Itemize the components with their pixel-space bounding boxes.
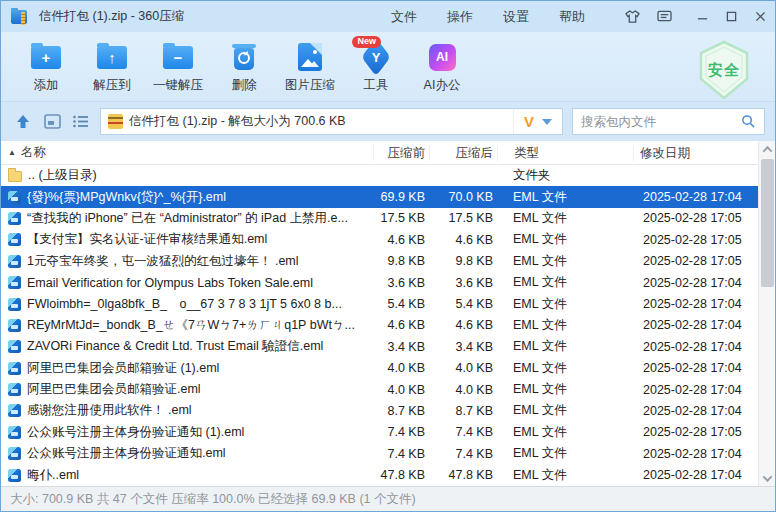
- modified-date: 2025-02-28 17:04: [633, 468, 758, 482]
- file-name: 感谢您注册使用此软件！ .eml: [27, 402, 192, 419]
- address-dropdown[interactable]: V: [513, 109, 558, 134]
- eml-icon: [8, 298, 21, 311]
- table-row[interactable]: ZAVORi Finance & Credit Ltd. Trust Email…: [1, 336, 758, 357]
- modified-date: 2025-02-28 17:05: [633, 211, 758, 225]
- size-before: 3.4 KB: [373, 340, 429, 354]
- security-badge[interactable]: 安全: [693, 39, 755, 101]
- menu-help[interactable]: 帮助: [544, 1, 600, 32]
- table-row[interactable]: Email Verification for Olympus Labs Toke…: [1, 272, 758, 293]
- file-list: .. (上级目录) 文件夹 {發}%{票}MPgWnkv{贷}^_%{开}.em…: [1, 165, 758, 486]
- table-row[interactable]: “查找我的 iPhone” 已在 “Administrator” 的 iPad …: [1, 208, 758, 229]
- table-row[interactable]: 1元夺宝年终奖，屯一波猛烈的红包过壕年！ .eml 9.8 KB 9.8 KB …: [1, 251, 758, 272]
- file-type: EML 文件: [497, 467, 633, 484]
- minimize-button[interactable]: [688, 5, 717, 29]
- eml-icon: [8, 319, 21, 332]
- title-bar: 信件打包 (1).zip - 360压缩 文件 操作 设置 帮助: [1, 1, 775, 32]
- close-button[interactable]: [746, 5, 775, 29]
- table-row[interactable]: 感谢您注册使用此软件！ .eml 8.7 KB 8.7 KB EML 文件 20…: [1, 400, 758, 421]
- file-type: EML 文件: [497, 360, 633, 377]
- file-type: 文件夹: [497, 167, 633, 184]
- sort-ascending-icon: ▲: [8, 148, 16, 157]
- titlebar-extra-icons: [618, 5, 678, 29]
- eml-icon: [8, 233, 21, 246]
- menu-actions[interactable]: 操作: [432, 1, 488, 32]
- menu-settings[interactable]: 设置: [488, 1, 544, 32]
- size-after: 4.0 KB: [429, 361, 497, 375]
- table-row[interactable]: .. (上级目录) 文件夹: [1, 165, 758, 186]
- size-before: 4.0 KB: [373, 383, 429, 397]
- size-after: 3.6 KB: [429, 276, 497, 290]
- scroll-up-icon[interactable]: [759, 141, 776, 157]
- size-after: 4.6 KB: [429, 233, 497, 247]
- security-badge-label: 安全: [708, 61, 740, 80]
- table-row[interactable]: 【支付宝】实名认证-证件审核结果通知.eml 4.6 KB 4.6 KB EML…: [1, 229, 758, 250]
- image-compress-button[interactable]: 图片压缩: [277, 39, 343, 94]
- extract-to-button[interactable]: ↑ 解压到: [79, 39, 145, 94]
- file-name: 1元夺宝年终奖，屯一波猛烈的红包过壕年！ .eml: [27, 253, 299, 270]
- column-header-type[interactable]: 类型: [497, 145, 633, 161]
- table-row[interactable]: {發}%{票}MPgWnkv{贷}^_%{开}.eml 69.9 KB 70.0…: [1, 186, 758, 207]
- search-input[interactable]: [581, 115, 741, 129]
- v-history-icon: V: [524, 113, 534, 130]
- modified-date: 2025-02-28 17:04: [633, 404, 758, 418]
- size-before: 8.7 KB: [373, 404, 429, 418]
- size-after: 3.4 KB: [429, 340, 497, 354]
- toolbar-label: 解压到: [93, 77, 131, 94]
- size-before: 69.9 KB: [373, 190, 429, 204]
- file-name: Email Verification for Olympus Labs Toke…: [27, 276, 313, 290]
- one-click-extract-button[interactable]: − 一键解压: [145, 39, 211, 94]
- toolbar-label: 添加: [34, 77, 59, 94]
- eml-icon: [8, 255, 21, 268]
- column-header-size-before[interactable]: 压缩前: [373, 145, 429, 161]
- up-level-button[interactable]: [13, 113, 33, 131]
- size-before: 17.5 KB: [373, 211, 429, 225]
- list-view-icon[interactable]: [71, 113, 91, 131]
- table-row[interactable]: 阿里巴巴集团会员邮箱验证.eml 4.0 KB 4.0 KB EML 文件 20…: [1, 379, 758, 400]
- file-type: EML 文件: [497, 445, 633, 462]
- column-header-size-after[interactable]: 压缩后: [429, 145, 497, 161]
- address-input[interactable]: 信件打包 (1).zip - 解包大小为 700.6 KB V: [100, 108, 563, 135]
- folder-icon: [8, 171, 22, 182]
- file-name: 阿里巴巴集团会员邮箱验证.eml: [27, 381, 201, 398]
- table-row[interactable]: 晦仆..eml 47.8 KB 47.8 KB EML 文件 2025-02-2…: [1, 464, 758, 485]
- image-compress-icon: [298, 43, 322, 71]
- table-row[interactable]: REyMrMtJd=_bondk_B_ㄝ《7ㄢWㄅ7+ㄌㄏㄐq1P bWtㄅ..…: [1, 315, 758, 336]
- modified-date: 2025-02-28 17:05: [633, 254, 758, 268]
- view-mode-icon[interactable]: [42, 113, 62, 131]
- scrollbar-thumb[interactable]: [761, 159, 774, 287]
- table-row[interactable]: 阿里巴巴集团会员邮箱验证 (1).eml 4.0 KB 4.0 KB EML 文…: [1, 358, 758, 379]
- modified-date: 2025-02-28 17:05: [633, 425, 758, 439]
- maximize-button[interactable]: [717, 5, 746, 29]
- skin-theme-icon[interactable]: [618, 5, 646, 29]
- search-icon[interactable]: [741, 114, 756, 129]
- size-before: 47.8 KB: [373, 468, 429, 482]
- chevron-down-icon: [542, 119, 552, 130]
- size-before: 9.8 KB: [373, 254, 429, 268]
- file-name: {發}%{票}MPgWnkv{贷}^_%{开}.eml: [27, 189, 226, 206]
- delete-button[interactable]: 删除: [211, 39, 277, 94]
- vertical-scrollbar[interactable]: [758, 141, 775, 486]
- ai-office-button[interactable]: AI AI办公: [409, 39, 475, 94]
- column-header-name[interactable]: ▲ 名称: [1, 144, 373, 161]
- size-after: 7.4 KB: [429, 425, 497, 439]
- modified-date: 2025-02-28 17:04: [633, 383, 758, 397]
- table-row[interactable]: FWloimbh=_0lga8bfk_B_ o__67 3 7 8 3 1jT …: [1, 293, 758, 314]
- size-after: 9.8 KB: [429, 254, 497, 268]
- eml-icon: [8, 212, 21, 225]
- toolbar-label: 一键解压: [153, 77, 203, 94]
- scrollbar-track[interactable]: [759, 157, 775, 470]
- app-logo-icon: [11, 8, 31, 26]
- tools-button[interactable]: Y New 工具: [343, 39, 409, 94]
- feedback-icon[interactable]: [650, 5, 678, 29]
- window-controls: [688, 5, 775, 29]
- table-row[interactable]: 公众账号注册主体身份验证通知.eml 7.4 KB 7.4 KB EML 文件 …: [1, 443, 758, 464]
- toolbar-label: AI办公: [424, 77, 461, 94]
- add-button[interactable]: + 添加: [13, 39, 79, 94]
- one-click-extract-folder-icon: −: [163, 46, 193, 69]
- scroll-down-icon[interactable]: [759, 470, 776, 486]
- menu-file[interactable]: 文件: [376, 1, 432, 32]
- column-header-date[interactable]: 修改日期: [633, 145, 758, 161]
- file-type: EML 文件: [497, 402, 633, 419]
- file-type: EML 文件: [497, 189, 633, 206]
- table-row[interactable]: 公众账号注册主体身份验证通知 (1).eml 7.4 KB 7.4 KB EML…: [1, 422, 758, 443]
